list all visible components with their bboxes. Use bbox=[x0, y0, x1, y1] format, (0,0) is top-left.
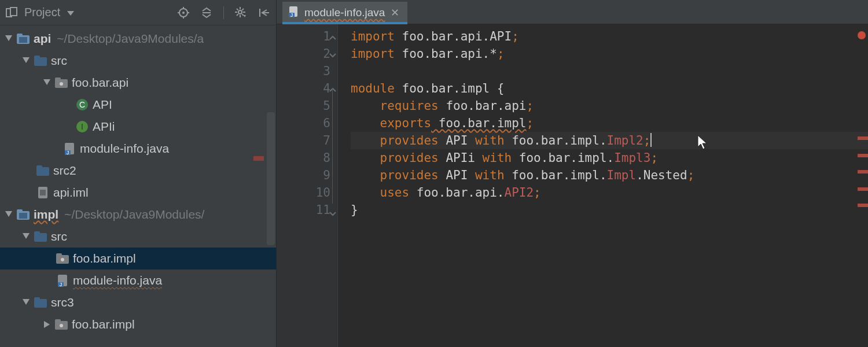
line-number[interactable]: 1 bbox=[277, 28, 330, 45]
editor-tab-module-info[interactable]: J module-info.java ✕ bbox=[282, 2, 407, 24]
error-stripe-mark[interactable] bbox=[858, 154, 868, 157]
svg-rect-59 bbox=[34, 297, 40, 301]
package-icon bbox=[53, 319, 69, 330]
gear-icon[interactable] bbox=[234, 6, 247, 19]
line-number[interactable]: 10 bbox=[277, 184, 330, 201]
chevron-down-icon[interactable] bbox=[20, 299, 32, 306]
error-indicator-icon[interactable] bbox=[858, 31, 866, 39]
tree-node-label: module-info.java bbox=[80, 142, 169, 156]
project-view-icon[interactable] bbox=[6, 6, 19, 19]
line-number[interactable]: 8 bbox=[277, 149, 330, 167]
line-number-gutter[interactable]: 1 2 3 4 5 6 7 8 9 10 11 bbox=[277, 24, 338, 347]
code-line[interactable]: requires foo.bar.api; bbox=[351, 97, 868, 115]
error-stripe-mark[interactable] bbox=[858, 136, 868, 140]
package-icon bbox=[54, 253, 71, 264]
fold-handle-icon[interactable] bbox=[330, 29, 336, 46]
tree-package-foo-bar-impl-2[interactable]: foo.bar.impl bbox=[0, 313, 276, 335]
module-icon bbox=[15, 209, 31, 220]
tree-folder-src[interactable]: src bbox=[0, 50, 276, 72]
svg-rect-1 bbox=[10, 8, 17, 16]
chevron-down-icon[interactable] bbox=[41, 79, 53, 86]
svg-point-32 bbox=[60, 82, 63, 86]
error-stripe-mark[interactable] bbox=[858, 170, 868, 174]
tree-module-impl[interactable]: impl ~/Desktop/Java9Modules/ bbox=[0, 204, 276, 226]
tree-folder-src2[interactable]: src2 bbox=[0, 160, 276, 182]
line-number[interactable]: 7 bbox=[277, 132, 330, 149]
svg-point-53 bbox=[61, 258, 64, 261]
line-number[interactable]: 4 bbox=[277, 80, 330, 97]
tree-node-label: api.iml bbox=[53, 186, 89, 200]
locate-icon[interactable] bbox=[177, 6, 190, 19]
chevron-down-icon[interactable] bbox=[20, 57, 32, 64]
tree-package-foo-bar-api[interactable]: foo.bar.api bbox=[0, 72, 276, 94]
tree-interface-APIi[interactable]: I APIi bbox=[0, 116, 276, 138]
close-icon[interactable]: ✕ bbox=[391, 6, 399, 19]
editor-body[interactable]: 1 2 3 4 5 6 7 8 9 10 11 import foo.bar.a… bbox=[277, 24, 868, 347]
code-line[interactable]: module foo.bar.impl { bbox=[351, 80, 868, 97]
tree-file-module-info-impl[interactable]: J module-info.java bbox=[0, 270, 276, 291]
tree-folder-impl-src[interactable]: src bbox=[0, 226, 276, 248]
tree-package-foo-bar-impl[interactable]: foo.bar.impl bbox=[0, 248, 276, 270]
chevron-down-icon[interactable] bbox=[2, 211, 15, 218]
line-number[interactable]: 6 bbox=[277, 115, 330, 132]
code-line[interactable]: provides APIi with foo.bar.impl.Impl3; bbox=[351, 149, 868, 167]
chevron-right-icon[interactable] bbox=[41, 321, 53, 328]
project-view-dropdown-icon[interactable] bbox=[67, 8, 74, 17]
fold-handle-icon[interactable] bbox=[330, 81, 336, 98]
code-line[interactable]: } bbox=[351, 201, 868, 219]
code-area[interactable]: import foo.bar.api.API; import foo.bar.a… bbox=[338, 24, 868, 347]
svg-rect-52 bbox=[56, 253, 62, 257]
fold-handle-icon[interactable] bbox=[330, 46, 336, 64]
code-line[interactable]: uses foo.bar.api.API2; bbox=[351, 184, 868, 201]
tree-file-module-info-api[interactable]: J module-info.java bbox=[0, 138, 276, 160]
svg-marker-19 bbox=[244, 15, 246, 17]
chevron-down-icon[interactable] bbox=[20, 233, 32, 240]
svg-rect-50 bbox=[34, 231, 40, 235]
sidebar-error-stripe bbox=[253, 156, 264, 161]
svg-rect-43 bbox=[40, 190, 46, 195]
tree-folder-src3[interactable]: src3 bbox=[0, 291, 276, 313]
code-line-current[interactable]: provides API with foo.bar.impl.Impl2; bbox=[351, 132, 868, 149]
project-tree[interactable]: api ~/Desktop/Java9Modules/a src foo.bar… bbox=[0, 25, 276, 347]
project-title[interactable]: Project bbox=[24, 6, 60, 19]
line-number[interactable]: 3 bbox=[277, 62, 330, 80]
code-line[interactable]: exports foo.bar.impl; bbox=[351, 115, 868, 132]
svg-marker-44 bbox=[5, 211, 12, 217]
scrollbar-thumb[interactable] bbox=[267, 112, 275, 245]
editor-panel: J module-info.java ✕ 1 2 3 4 5 6 7 8 9 1… bbox=[277, 0, 868, 347]
tree-file-api-iml[interactable]: api.iml bbox=[0, 182, 276, 204]
svg-rect-41 bbox=[36, 165, 42, 169]
svg-marker-60 bbox=[44, 321, 50, 328]
code-line[interactable]: import foo.bar.api.API; bbox=[351, 28, 868, 45]
source-folder-icon bbox=[32, 231, 49, 242]
line-number[interactable]: 9 bbox=[277, 167, 330, 184]
error-stripe-mark[interactable] bbox=[858, 204, 868, 207]
svg-line-15 bbox=[237, 9, 238, 10]
fold-handle-icon[interactable] bbox=[330, 205, 336, 222]
collapse-all-icon[interactable] bbox=[200, 6, 213, 19]
svg-marker-48 bbox=[23, 233, 30, 239]
code-line[interactable]: provides API with foo.bar.impl.Impl.Nest… bbox=[351, 167, 868, 184]
error-stripe[interactable] bbox=[858, 25, 868, 347]
svg-rect-25 bbox=[19, 37, 27, 43]
line-number[interactable]: 5 bbox=[277, 97, 330, 115]
line-number[interactable]: 11 bbox=[277, 201, 330, 219]
project-tool-window: Project api ~ bbox=[0, 0, 277, 347]
class-icon: C bbox=[74, 98, 90, 111]
chevron-down-icon[interactable] bbox=[2, 35, 15, 42]
tree-node-label: foo.bar.impl bbox=[72, 318, 135, 331]
editor-tab-bar: J module-info.java ✕ bbox=[277, 0, 868, 24]
source-folder-icon bbox=[32, 297, 49, 308]
svg-line-17 bbox=[242, 9, 244, 10]
module-icon bbox=[15, 34, 31, 44]
svg-text:J: J bbox=[60, 282, 62, 287]
code-line[interactable] bbox=[351, 62, 868, 80]
hide-icon[interactable] bbox=[258, 6, 270, 19]
java-file-icon: J bbox=[61, 142, 78, 155]
tree-module-api[interactable]: api ~/Desktop/Java9Modules/a bbox=[0, 28, 276, 50]
tree-class-API[interactable]: C API bbox=[0, 94, 276, 116]
error-stripe-mark[interactable] bbox=[858, 187, 868, 191]
source-folder-icon bbox=[32, 56, 49, 66]
code-line[interactable]: import foo.bar.api.*; bbox=[351, 45, 868, 62]
line-number[interactable]: 2 bbox=[277, 45, 330, 62]
